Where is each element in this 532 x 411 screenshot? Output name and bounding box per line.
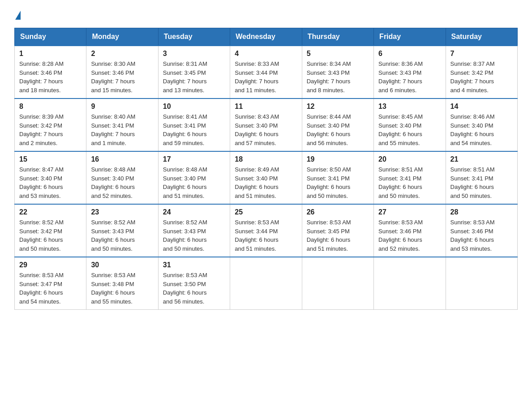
logo-triangle-icon bbox=[15, 11, 21, 20]
day-number: 11 bbox=[235, 103, 297, 111]
calendar-cell: 28Sunrise: 8:53 AM Sunset: 3:46 PM Dayli… bbox=[446, 204, 517, 257]
calendar-cell: 12Sunrise: 8:44 AM Sunset: 3:40 PM Dayli… bbox=[302, 98, 373, 151]
calendar-cell: 30Sunrise: 8:53 AM Sunset: 3:48 PM Dayli… bbox=[86, 257, 158, 310]
calendar-cell: 6Sunrise: 8:36 AM Sunset: 3:43 PM Daylig… bbox=[374, 46, 446, 98]
calendar-cell: 22Sunrise: 8:52 AM Sunset: 3:42 PM Dayli… bbox=[15, 204, 86, 257]
calendar-week-row: 15Sunrise: 8:47 AM Sunset: 3:40 PM Dayli… bbox=[15, 151, 518, 204]
day-number: 13 bbox=[378, 103, 441, 111]
day-number: 22 bbox=[19, 208, 82, 216]
calendar-cell: 5Sunrise: 8:34 AM Sunset: 3:43 PM Daylig… bbox=[302, 46, 373, 98]
weekday-header-sunday: Sunday bbox=[15, 28, 86, 46]
day-info: Sunrise: 8:47 AM Sunset: 3:40 PM Dayligh… bbox=[19, 165, 82, 200]
day-number: 4 bbox=[235, 50, 297, 58]
day-info: Sunrise: 8:44 AM Sunset: 3:40 PM Dayligh… bbox=[307, 112, 369, 147]
day-info: Sunrise: 8:40 AM Sunset: 3:41 PM Dayligh… bbox=[91, 112, 153, 147]
calendar-cell: 9Sunrise: 8:40 AM Sunset: 3:41 PM Daylig… bbox=[86, 98, 158, 151]
day-number: 19 bbox=[307, 155, 369, 163]
day-info: Sunrise: 8:39 AM Sunset: 3:42 PM Dayligh… bbox=[19, 112, 82, 147]
calendar-table: SundayMondayTuesdayWednesdayThursdayFrid… bbox=[14, 28, 518, 310]
calendar-cell: 21Sunrise: 8:51 AM Sunset: 3:41 PM Dayli… bbox=[446, 151, 517, 204]
calendar-cell: 17Sunrise: 8:48 AM Sunset: 3:40 PM Dayli… bbox=[158, 151, 230, 204]
day-info: Sunrise: 8:50 AM Sunset: 3:41 PM Dayligh… bbox=[307, 165, 369, 200]
calendar-cell: 15Sunrise: 8:47 AM Sunset: 3:40 PM Dayli… bbox=[15, 151, 86, 204]
calendar-week-row: 22Sunrise: 8:52 AM Sunset: 3:42 PM Dayli… bbox=[15, 204, 518, 257]
day-info: Sunrise: 8:34 AM Sunset: 3:43 PM Dayligh… bbox=[307, 60, 369, 94]
day-info: Sunrise: 8:48 AM Sunset: 3:40 PM Dayligh… bbox=[91, 165, 153, 200]
calendar-cell: 23Sunrise: 8:52 AM Sunset: 3:43 PM Dayli… bbox=[86, 204, 158, 257]
day-info: Sunrise: 8:41 AM Sunset: 3:41 PM Dayligh… bbox=[163, 112, 225, 147]
calendar-week-row: 1Sunrise: 8:28 AM Sunset: 3:46 PM Daylig… bbox=[15, 46, 518, 98]
day-info: Sunrise: 8:51 AM Sunset: 3:41 PM Dayligh… bbox=[378, 165, 441, 200]
calendar-cell bbox=[446, 257, 517, 310]
day-number: 3 bbox=[163, 50, 225, 58]
weekday-header-friday: Friday bbox=[374, 28, 446, 46]
calendar-cell: 2Sunrise: 8:30 AM Sunset: 3:46 PM Daylig… bbox=[86, 46, 158, 98]
day-number: 14 bbox=[450, 103, 513, 111]
calendar-cell: 24Sunrise: 8:52 AM Sunset: 3:43 PM Dayli… bbox=[158, 204, 230, 257]
weekday-header-monday: Monday bbox=[86, 28, 158, 46]
day-number: 12 bbox=[307, 103, 369, 111]
day-number: 21 bbox=[450, 155, 513, 163]
calendar-cell: 14Sunrise: 8:46 AM Sunset: 3:40 PM Dayli… bbox=[446, 98, 517, 151]
day-info: Sunrise: 8:46 AM Sunset: 3:40 PM Dayligh… bbox=[450, 112, 513, 147]
day-info: Sunrise: 8:53 AM Sunset: 3:50 PM Dayligh… bbox=[163, 271, 225, 306]
weekday-header-tuesday: Tuesday bbox=[158, 28, 230, 46]
calendar-cell: 10Sunrise: 8:41 AM Sunset: 3:41 PM Dayli… bbox=[158, 98, 230, 151]
day-info: Sunrise: 8:53 AM Sunset: 3:46 PM Dayligh… bbox=[378, 218, 441, 253]
calendar-cell: 11Sunrise: 8:43 AM Sunset: 3:40 PM Dayli… bbox=[230, 98, 302, 151]
calendar-cell: 29Sunrise: 8:53 AM Sunset: 3:47 PM Dayli… bbox=[15, 257, 86, 310]
calendar-cell bbox=[302, 257, 373, 310]
day-info: Sunrise: 8:53 AM Sunset: 3:44 PM Dayligh… bbox=[235, 218, 297, 253]
day-number: 10 bbox=[163, 103, 225, 111]
day-info: Sunrise: 8:52 AM Sunset: 3:43 PM Dayligh… bbox=[163, 218, 225, 253]
day-number: 23 bbox=[91, 208, 153, 216]
calendar-cell: 13Sunrise: 8:45 AM Sunset: 3:40 PM Dayli… bbox=[374, 98, 446, 151]
day-info: Sunrise: 8:36 AM Sunset: 3:43 PM Dayligh… bbox=[378, 60, 441, 94]
day-number: 30 bbox=[91, 261, 153, 269]
day-number: 25 bbox=[235, 208, 297, 216]
calendar-cell: 3Sunrise: 8:31 AM Sunset: 3:45 PM Daylig… bbox=[158, 46, 230, 98]
calendar-week-row: 8Sunrise: 8:39 AM Sunset: 3:42 PM Daylig… bbox=[15, 98, 518, 151]
calendar-cell bbox=[374, 257, 446, 310]
calendar-cell: 7Sunrise: 8:37 AM Sunset: 3:42 PM Daylig… bbox=[446, 46, 517, 98]
day-number: 26 bbox=[307, 208, 369, 216]
logo bbox=[14, 11, 21, 19]
day-info: Sunrise: 8:37 AM Sunset: 3:42 PM Dayligh… bbox=[450, 60, 513, 94]
calendar-cell: 4Sunrise: 8:33 AM Sunset: 3:44 PM Daylig… bbox=[230, 46, 302, 98]
day-info: Sunrise: 8:28 AM Sunset: 3:46 PM Dayligh… bbox=[19, 60, 82, 94]
day-number: 29 bbox=[19, 261, 82, 269]
calendar-cell: 8Sunrise: 8:39 AM Sunset: 3:42 PM Daylig… bbox=[15, 98, 86, 151]
weekday-header-wednesday: Wednesday bbox=[230, 28, 302, 46]
day-info: Sunrise: 8:53 AM Sunset: 3:45 PM Dayligh… bbox=[307, 218, 369, 253]
day-number: 27 bbox=[378, 208, 441, 216]
calendar-cell: 16Sunrise: 8:48 AM Sunset: 3:40 PM Dayli… bbox=[86, 151, 158, 204]
day-number: 1 bbox=[19, 50, 82, 58]
day-info: Sunrise: 8:43 AM Sunset: 3:40 PM Dayligh… bbox=[235, 112, 297, 147]
calendar-cell: 19Sunrise: 8:50 AM Sunset: 3:41 PM Dayli… bbox=[302, 151, 373, 204]
day-number: 17 bbox=[163, 155, 225, 163]
day-number: 24 bbox=[163, 208, 225, 216]
day-number: 6 bbox=[378, 50, 441, 58]
page-header bbox=[14, 11, 518, 19]
calendar-cell: 1Sunrise: 8:28 AM Sunset: 3:46 PM Daylig… bbox=[15, 46, 86, 98]
day-info: Sunrise: 8:52 AM Sunset: 3:42 PM Dayligh… bbox=[19, 218, 82, 253]
day-info: Sunrise: 8:53 AM Sunset: 3:48 PM Dayligh… bbox=[91, 271, 153, 306]
calendar-cell: 31Sunrise: 8:53 AM Sunset: 3:50 PM Dayli… bbox=[158, 257, 230, 310]
calendar-cell: 25Sunrise: 8:53 AM Sunset: 3:44 PM Dayli… bbox=[230, 204, 302, 257]
day-number: 9 bbox=[91, 103, 153, 111]
day-info: Sunrise: 8:33 AM Sunset: 3:44 PM Dayligh… bbox=[235, 60, 297, 94]
day-info: Sunrise: 8:53 AM Sunset: 3:46 PM Dayligh… bbox=[450, 218, 513, 253]
calendar-cell: 26Sunrise: 8:53 AM Sunset: 3:45 PM Dayli… bbox=[302, 204, 373, 257]
day-info: Sunrise: 8:53 AM Sunset: 3:47 PM Dayligh… bbox=[19, 271, 82, 306]
calendar-week-row: 29Sunrise: 8:53 AM Sunset: 3:47 PM Dayli… bbox=[15, 257, 518, 310]
day-info: Sunrise: 8:49 AM Sunset: 3:40 PM Dayligh… bbox=[235, 165, 297, 200]
day-number: 18 bbox=[235, 155, 297, 163]
day-number: 5 bbox=[307, 50, 369, 58]
day-number: 16 bbox=[91, 155, 153, 163]
calendar-header-row: SundayMondayTuesdayWednesdayThursdayFrid… bbox=[15, 28, 518, 46]
day-number: 8 bbox=[19, 103, 82, 111]
day-info: Sunrise: 8:30 AM Sunset: 3:46 PM Dayligh… bbox=[91, 60, 153, 94]
day-number: 2 bbox=[91, 50, 153, 58]
day-number: 20 bbox=[378, 155, 441, 163]
calendar-cell: 27Sunrise: 8:53 AM Sunset: 3:46 PM Dayli… bbox=[374, 204, 446, 257]
